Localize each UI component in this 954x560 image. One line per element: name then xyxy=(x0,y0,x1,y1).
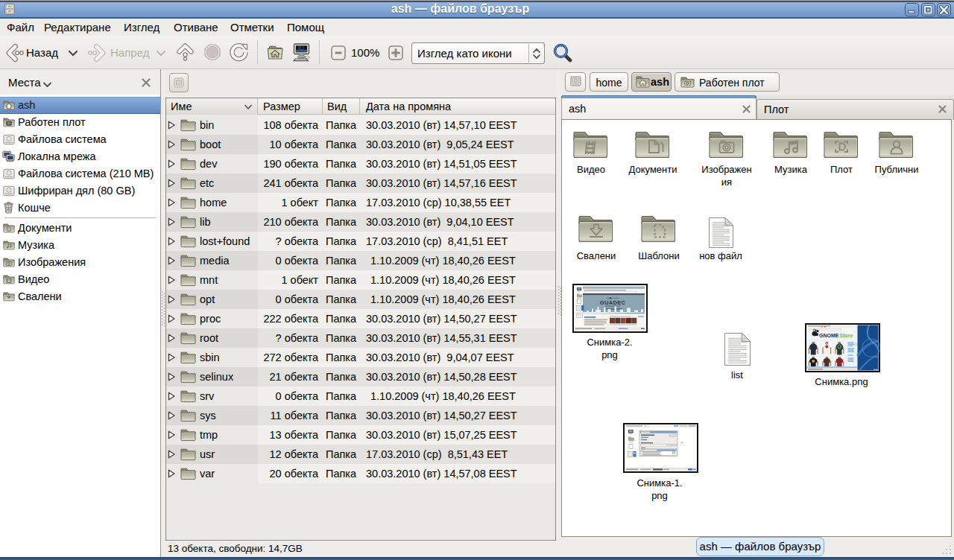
svg-text:GNOME: GNOME xyxy=(819,333,839,338)
svg-text:Store: Store xyxy=(840,333,853,338)
svg-text:GUADEC: GUADEC xyxy=(600,299,626,306)
